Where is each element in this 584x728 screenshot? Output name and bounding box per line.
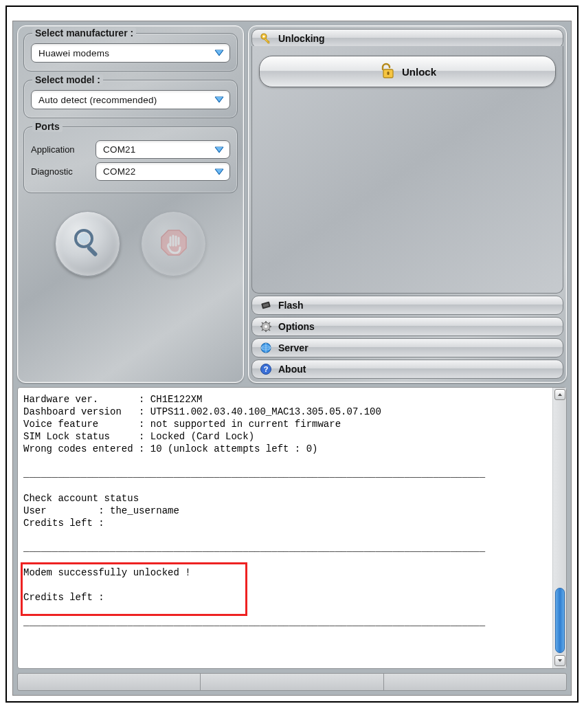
scroll-thumb[interactable] xyxy=(555,588,565,653)
svg-line-18 xyxy=(262,322,263,324)
dropdown-arrow-icon xyxy=(212,93,227,107)
application-port-label: Application xyxy=(31,144,90,155)
svg-point-13 xyxy=(265,325,267,328)
application-port-combo[interactable]: COM21 xyxy=(96,140,230,159)
manufacturer-group-title: Select manufacturer : xyxy=(32,27,136,38)
manufacturer-combo[interactable]: Huawei modems xyxy=(31,43,230,63)
log-panel: Hardware ver. : CH1E122XM Dashboard vers… xyxy=(17,387,567,669)
scroll-up-icon[interactable] xyxy=(554,389,565,400)
globe-icon xyxy=(259,341,273,355)
svg-line-19 xyxy=(269,329,270,331)
search-button[interactable] xyxy=(55,211,120,276)
dropdown-arrow-icon xyxy=(212,143,227,157)
ports-group: Ports Application COM21 Diagnostic COM22 xyxy=(23,126,238,193)
magnifier-icon xyxy=(71,226,104,261)
status-cell-2 xyxy=(201,674,383,690)
log-scrollbar[interactable] xyxy=(552,388,566,668)
manufacturer-value: Huawei modems xyxy=(38,48,212,58)
manufacturer-group: Select manufacturer : Huawei modems xyxy=(23,33,238,71)
section-about-label: About xyxy=(278,364,306,375)
dropdown-arrow-icon xyxy=(212,46,227,60)
model-group-title: Select model : xyxy=(32,74,103,85)
section-about[interactable]: ? About xyxy=(251,360,563,379)
status-bar xyxy=(17,673,567,691)
help-icon: ? xyxy=(259,362,273,376)
section-options-label: Options xyxy=(278,321,315,332)
key-icon xyxy=(259,32,273,45)
application-port-value: COM21 xyxy=(103,144,212,155)
section-options[interactable]: Options xyxy=(251,317,563,336)
svg-rect-7 xyxy=(268,41,269,43)
stop-hand-icon xyxy=(159,228,189,260)
model-group: Select model : Auto detect (recommended) xyxy=(23,80,238,118)
model-value: Auto detect (recommended) xyxy=(38,95,212,105)
section-unlocking-label: Unlocking xyxy=(278,33,325,44)
unlocking-body: Unlock xyxy=(251,46,563,294)
svg-point-1 xyxy=(78,233,89,244)
log-output[interactable]: Hardware ver. : CH1E122XM Dashboard vers… xyxy=(18,388,552,668)
model-combo[interactable]: Auto detect (recommended) xyxy=(31,90,230,109)
svg-line-21 xyxy=(269,322,270,324)
unlock-button[interactable]: Unlock xyxy=(259,56,556,87)
ports-group-title: Ports xyxy=(32,121,63,132)
section-server[interactable]: Server xyxy=(251,338,563,357)
app-window: Select manufacturer : Huawei modems Sele… xyxy=(12,21,572,696)
svg-rect-2 xyxy=(86,245,98,257)
section-unlocking[interactable]: Unlocking xyxy=(251,29,563,48)
section-server-label: Server xyxy=(278,342,308,353)
chip-icon xyxy=(259,298,273,312)
status-cell-1 xyxy=(18,674,201,690)
section-flash-label: Flash xyxy=(278,300,304,311)
dropdown-arrow-icon xyxy=(212,165,227,179)
gear-icon xyxy=(259,320,273,333)
diagnostic-port-value: COM22 xyxy=(103,166,212,177)
left-panel: Select manufacturer : Huawei modems Sele… xyxy=(17,25,244,383)
svg-point-5 xyxy=(263,36,265,38)
svg-text:?: ? xyxy=(264,365,269,373)
padlock-open-icon xyxy=(379,62,396,82)
svg-line-20 xyxy=(262,329,263,331)
diagnostic-port-label: Diagnostic xyxy=(31,166,90,177)
svg-rect-9 xyxy=(387,71,389,75)
stop-button xyxy=(141,211,206,276)
status-cell-3 xyxy=(384,674,566,690)
section-flash[interactable]: Flash xyxy=(251,296,563,315)
right-panel: Unlocking Unlock xyxy=(248,25,567,383)
scroll-down-icon[interactable] xyxy=(554,655,565,666)
diagnostic-port-combo[interactable]: COM22 xyxy=(96,162,230,181)
unlock-button-label: Unlock xyxy=(402,66,436,78)
